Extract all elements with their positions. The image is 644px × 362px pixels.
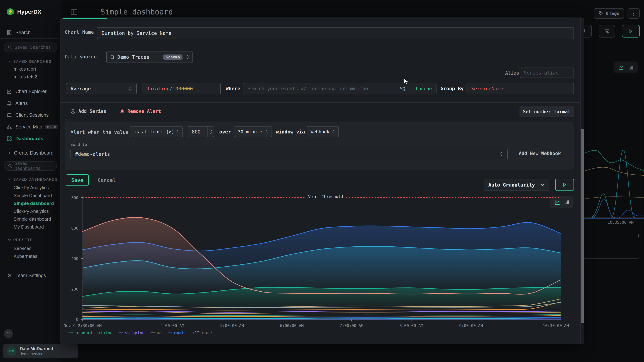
alert-prefix-label: Alert when the value <box>70 129 128 135</box>
help-button[interactable]: ? <box>4 329 13 338</box>
set-number-format-button[interactable]: Set number format <box>520 106 574 117</box>
bell-icon <box>120 109 124 114</box>
filter-button[interactable] <box>599 25 615 37</box>
legend-dash <box>168 333 172 333</box>
chart-name-input[interactable]: Duration by Service Name <box>97 27 574 39</box>
journal-icon <box>6 30 12 35</box>
resize-handle-icon[interactable] <box>635 233 639 237</box>
chevron-down-icon <box>8 178 11 181</box>
logo[interactable]: ⚡ HyperDX <box>0 7 41 16</box>
sidebar-item-alerts[interactable]: Alerts <box>0 99 62 108</box>
data-source-select[interactable]: Demo Traces Schema <box>106 51 193 63</box>
divider <box>60 102 580 103</box>
alert-window-select[interactable]: 30 minute <box>234 126 272 137</box>
kebab-icon: ⋮ <box>631 10 636 16</box>
chart-name-label: Chart Name <box>65 29 94 35</box>
saved-dashboards-header[interactable]: SAVED DASHBOARDS <box>0 176 58 183</box>
sidebar-item-chart-explorer[interactable]: Chart Explorer <box>0 87 62 96</box>
field-expression-input[interactable]: Duration/1000000 <box>142 83 221 94</box>
save-button[interactable]: Save <box>66 175 89 186</box>
run-query-button[interactable] <box>622 25 640 37</box>
add-series-button[interactable]: Add Series <box>70 109 106 114</box>
legend-item-shipping[interactable]: shipping <box>118 331 145 335</box>
logo-text: HyperDX <box>17 8 41 15</box>
alert-threshold-value: 800 <box>188 129 200 135</box>
sidebar-collapse-button[interactable] <box>70 8 78 16</box>
plus-icon: + <box>8 150 11 156</box>
group-by-input[interactable]: ServiceName <box>466 83 574 94</box>
alert-channel-value: Webhook <box>310 129 329 134</box>
tags-label: 0 Tags <box>606 11 619 16</box>
select-caret-icon <box>265 129 268 134</box>
sidebar-item-team-settings[interactable]: ⚙ Team Settings <box>0 271 62 280</box>
add-new-webhook-button[interactable]: Add New Webhook <box>519 151 561 156</box>
alert-operator-value: is at least (≥) <box>134 129 174 134</box>
sidebar-item-search[interactable]: Search <box>0 28 62 37</box>
remove-alert-label: Remove Alert <box>127 109 161 114</box>
legend-dash <box>150 333 155 333</box>
series-alias-input[interactable]: Series alias <box>520 68 574 78</box>
saved-dashboard-item[interactable]: ClickPy Analytics <box>0 184 62 191</box>
legend-label: shipping <box>125 331 145 335</box>
sidebar-item-service-map[interactable]: Service Map BETA <box>0 122 62 132</box>
alias-placeholder: Series alias <box>524 70 559 76</box>
kebab-menu-button[interactable]: ⋮ <box>628 8 640 18</box>
user-card[interactable]: DM Dale McDiarmid demo-service - › <box>3 344 78 359</box>
saved-dashboard-item[interactable]: ClickPy Analytics <box>0 207 62 215</box>
x-tick-label: 9:00:00 AM <box>459 323 483 328</box>
duration-chart[interactable] <box>81 195 562 321</box>
sql-toggle[interactable]: SQL <box>400 86 408 91</box>
group-by-label: Group By <box>440 86 464 91</box>
play-icon <box>562 182 567 187</box>
preset-item[interactable]: Kubernetes <box>0 252 62 260</box>
bell-icon <box>6 100 12 106</box>
x-tick-label: 5:00:00 AM <box>220 323 244 328</box>
saved-dashboard-item[interactable]: My Dashboard <box>0 223 62 231</box>
alert-threshold-input[interactable]: 800 <box>188 126 214 137</box>
bar-chart-icon <box>628 65 633 70</box>
legend-item-email[interactable]: email <box>168 331 186 335</box>
saved-search-item[interactable]: mikes alert <box>0 65 62 73</box>
beta-badge: BETA <box>46 125 58 129</box>
cancel-button[interactable]: Cancel <box>98 177 116 183</box>
saved-dashboard-item[interactable]: Simple Dashboard <box>0 191 62 199</box>
saved-dashboard-item[interactable]: Simple dashboard <box>0 199 62 207</box>
background-chart-toggle[interactable] <box>614 61 638 73</box>
saved-searches-input[interactable]: Saved Searches <box>4 42 57 52</box>
play-icon <box>628 29 633 34</box>
saved-search-item[interactable]: mikes tets2 <box>0 73 62 81</box>
presets-header[interactable]: PRESETS <box>0 236 33 243</box>
divider <box>65 76 562 76</box>
window-via-label: window via <box>276 129 305 135</box>
field-divider: / <box>170 86 172 91</box>
alert-channel-select[interactable]: Webhook <box>306 126 339 137</box>
webhook-select[interactable]: #demo-alerts <box>70 149 508 159</box>
modal-scrollbar-thumb[interactable] <box>581 129 584 323</box>
alias-label: Alias <box>505 70 519 76</box>
saved-dashboard-item[interactable]: Simple dashboard <box>0 215 62 223</box>
remove-alert-button[interactable]: Remove Alert <box>120 109 161 114</box>
number-spinner[interactable] <box>208 127 214 137</box>
lucene-toggle[interactable]: Lucene <box>416 86 432 91</box>
legend-item-product-catalog[interactable]: product-catalog <box>69 331 113 335</box>
sidebar-item-client-sessions[interactable]: Client Sessions <box>0 110 62 120</box>
create-dashboard-button[interactable]: + Create Dashboard <box>0 148 62 158</box>
preset-item[interactable]: Services <box>0 244 62 252</box>
data-source-label: Data Source <box>65 54 97 59</box>
granularity-select[interactable]: Auto Granularity <box>484 179 549 191</box>
circle-plus-icon <box>70 109 76 114</box>
run-chart-button[interactable] <box>555 179 574 191</box>
legend-more[interactable]: +12 more <box>192 331 212 335</box>
y-tick-label: 400 <box>65 256 78 261</box>
saved-searches-header[interactable]: SAVED SEARCHES <box>0 58 51 65</box>
legend-item-ad[interactable]: ad <box>150 331 162 335</box>
background-chart-time-label: 10:35:00 AM <box>608 220 634 225</box>
saved-dashboards-input[interactable]: Saved Dashboards <box>4 161 57 171</box>
chevron-down-icon <box>540 183 544 187</box>
alert-operator-select[interactable]: is at least (≥) <box>130 126 183 137</box>
sidebar-item-dashboards[interactable]: Dashboards <box>0 134 62 143</box>
aggregation-select[interactable]: Average <box>66 83 137 94</box>
alert-threshold-label: Alert Threshold <box>306 194 345 199</box>
tags-button[interactable]: 0 Tags <box>594 8 624 18</box>
create-dashboard-label: Create Dashboard <box>14 150 54 156</box>
